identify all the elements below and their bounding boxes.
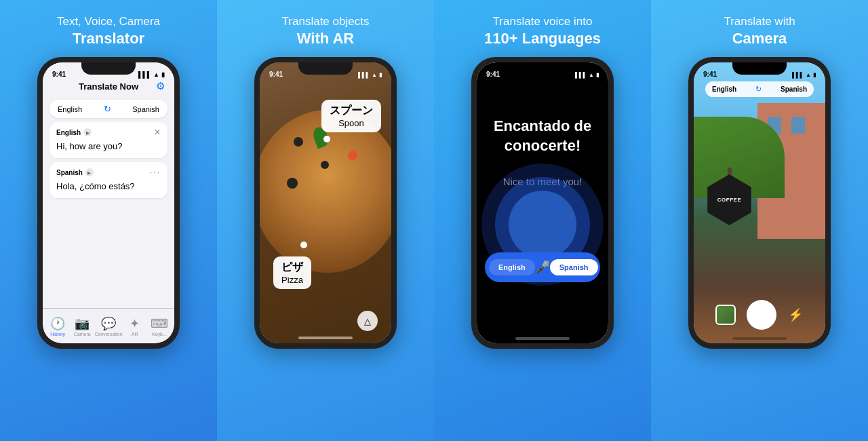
status-icons-2: ▌▌▌ ▲ ▮: [358, 72, 382, 78]
thumbnail-preview[interactable]: [715, 305, 736, 325]
panel-3-subtitle: Translate voice into: [484, 15, 601, 28]
phone-2-screen: 9:41 ▌▌▌ ▲ ▮: [260, 62, 391, 343]
wifi-icon: ▲: [153, 71, 159, 78]
voice-source-lang[interactable]: English: [489, 259, 535, 275]
phone-3: 9:41 ▌▌▌ ▲ ▮ Encantado de conocerte! Nic…: [471, 57, 614, 349]
battery-icon: ▮: [161, 71, 165, 78]
signal-icon-2: ▌▌▌: [358, 72, 370, 78]
keyboard-label: Keyb...: [152, 332, 167, 337]
swap-icon[interactable]: ↻: [104, 104, 111, 114]
input-lang-text: English: [56, 129, 81, 136]
ar-dot-spoon: [323, 136, 330, 142]
status-icons-3: ▌▌▌ ▲ ▮: [575, 72, 599, 78]
wifi-icon-3: ▲: [589, 72, 594, 78]
tab-conversation[interactable]: 💬 Conversation: [94, 316, 122, 337]
tab-ar[interactable]: ✦ AR: [123, 316, 147, 337]
conversation-icon: 💬: [101, 316, 116, 331]
panel-1-subtitle: Text, Voice, Camera: [57, 15, 160, 28]
camera-swap-icon[interactable]: ↻: [755, 85, 762, 94]
camera-source-lang[interactable]: English: [712, 85, 736, 93]
voice-screen: 9:41 ▌▌▌ ▲ ▮ Encantado de conocerte! Nic…: [477, 62, 608, 343]
tab-camera[interactable]: 📷 Camera: [70, 316, 94, 337]
ar-label-spoon: スプーン Spoon: [321, 100, 381, 132]
camera-controls: ⚡: [694, 300, 825, 330]
input-lang-label: English ▶: [56, 128, 92, 136]
panel-4-subtitle: Translate with: [724, 15, 795, 28]
notch-1: [81, 62, 136, 75]
panel-text-translator: Text, Voice, Camera Translator 9:41 ▌▌▌ …: [0, 0, 217, 441]
phone-3-screen: 9:41 ▌▌▌ ▲ ▮ Encantado de conocerte! Nic…: [477, 62, 608, 343]
tab-history[interactable]: 🕐 History: [45, 316, 70, 337]
phone-1: 9:41 ▌▌▌ ▲ ▮ Translate Now ⚙ English ↻ S…: [37, 57, 180, 349]
panel-3-heading: 110+ Languages: [484, 30, 601, 47]
input-box: English ▶ ✕ Hi, how are you?: [50, 122, 167, 158]
panel-3-title: Translate voice into 110+ Languages: [484, 15, 601, 47]
home-indicator-3: [515, 337, 570, 340]
panel-ar-translator: Translate objects With AR 9:41 ▌▌▌ ▲ ▮: [217, 0, 434, 441]
phone-1-screen: 9:41 ▌▌▌ ▲ ▮ Translate Now ⚙ English ↻ S…: [43, 62, 174, 343]
notch-2: [298, 62, 353, 75]
battery-icon-3: ▮: [596, 72, 599, 78]
ar-dot-pizza: [300, 242, 307, 248]
battery-icon-4: ▮: [813, 72, 816, 78]
panel-1-heading: Translator: [57, 30, 160, 47]
play-output-icon[interactable]: ▶: [85, 168, 94, 176]
camera-target-lang[interactable]: Spanish: [781, 85, 807, 93]
output-lang-text: Spanish: [56, 169, 83, 176]
panel-2-title: Translate objects With AR: [282, 15, 370, 47]
battery-icon-2: ▮: [379, 72, 382, 78]
input-header: English ▶ ✕: [56, 128, 161, 137]
status-icons-1: ▌▌▌ ▲ ▮: [138, 71, 165, 78]
topping-olive-3: [287, 178, 298, 189]
panel-1-title: Text, Voice, Camera Translator: [57, 15, 160, 47]
topping-tomato: [348, 151, 357, 160]
signal-icon-4: ▌▌▌: [792, 72, 804, 78]
flash-icon[interactable]: ⚡: [787, 307, 804, 323]
time-1: 9:41: [52, 71, 66, 78]
spoon-en: Spoon: [330, 118, 373, 128]
pizza-jp: ピザ: [281, 261, 303, 275]
voice-lang-toggle[interactable]: English 🎤 Spanish: [485, 252, 600, 282]
output-text: Hola, ¿cómo estás?: [56, 180, 161, 193]
panel-2-heading: With AR: [282, 30, 370, 47]
panel-2-subtitle: Translate objects: [282, 15, 370, 28]
voice-target-lang[interactable]: Spanish: [550, 259, 598, 275]
status-icons-4: ▌▌▌ ▲ ▮: [792, 72, 816, 78]
status-bar-4: 9:41 ▌▌▌ ▲ ▮: [694, 62, 825, 80]
home-indicator-4: [732, 337, 787, 340]
phone-4: 9:41 ▌▌▌ ▲ ▮: [688, 57, 831, 349]
shutter-button[interactable]: [747, 300, 776, 330]
more-icon[interactable]: ···: [150, 168, 161, 177]
camera-lang-bar[interactable]: English ↻ Spanish: [705, 81, 814, 97]
panel-4-title: Translate with Camera: [724, 15, 795, 47]
time-2: 9:41: [269, 71, 283, 78]
wifi-icon-4: ▲: [806, 72, 811, 78]
translated-text: Encantado de conocerte!: [477, 117, 608, 155]
camera-ar-screen: 9:41 ▌▌▌ ▲ ▮: [694, 62, 825, 343]
history-icon: 🕐: [50, 316, 65, 331]
topping-olive-1: [294, 137, 303, 147]
output-header: Spanish ▶ ···: [56, 168, 161, 177]
conversation-label: Conversation: [94, 332, 122, 337]
close-icon[interactable]: ✕: [154, 128, 161, 137]
language-switcher[interactable]: English ↻ Spanish: [50, 100, 167, 118]
ar-label-text: AR: [132, 332, 138, 337]
target-lang[interactable]: Spanish: [132, 105, 159, 113]
mic-icon[interactable]: 🎤: [535, 260, 550, 275]
output-lang-label: Spanish ▶: [56, 168, 94, 176]
wave-ring-3: [509, 191, 576, 258]
tab-keyboard[interactable]: ⌨ Keyb...: [147, 316, 172, 337]
wifi-icon-2: ▲: [372, 72, 377, 78]
panel-4-heading: Camera: [724, 30, 795, 47]
output-box: Spanish ▶ ··· Hola, ¿cómo estás?: [50, 162, 167, 198]
home-indicator-2: [298, 337, 353, 339]
source-lang[interactable]: English: [58, 105, 82, 113]
signal-icon-3: ▌▌▌: [575, 72, 587, 78]
play-icon[interactable]: ▶: [83, 128, 92, 136]
phone-2: 9:41 ▌▌▌ ▲ ▮: [254, 57, 397, 349]
gear-icon[interactable]: ⚙: [156, 80, 165, 92]
history-label: History: [50, 332, 65, 337]
ar-bottom-button[interactable]: △: [357, 311, 378, 331]
camera-tab-label: Camera: [74, 332, 91, 337]
panel-camera-translator: Translate with Camera 9:41 ▌▌▌ ▲ ▮: [651, 0, 868, 441]
